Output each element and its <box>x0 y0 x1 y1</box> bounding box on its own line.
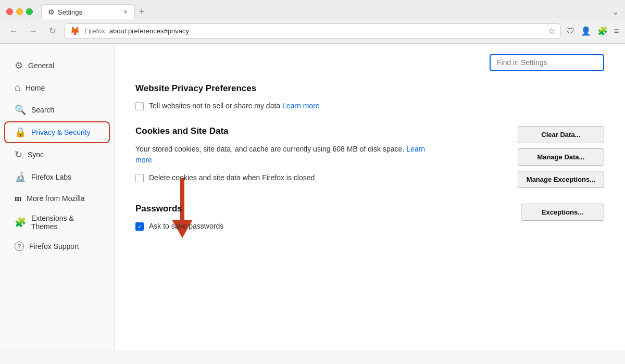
sidebar-label-support: Firefox Support <box>29 242 79 250</box>
url-text: about:preferences#privacy <box>109 27 544 35</box>
ask-save-passwords-label: Ask to save passwords <box>149 221 223 232</box>
extensions-sidebar-icon: 🧩 <box>15 217 26 228</box>
lock-icon: 🔒 <box>15 127 26 138</box>
pocket-icon[interactable]: 🛡 <box>566 27 574 36</box>
cookies-buttons: Clear Data... Manage Data... Manage Exce… <box>518 126 604 188</box>
maximize-button[interactable] <box>26 8 33 15</box>
main-content: Website Privacy Preferences Tell website… <box>115 44 625 350</box>
firefox-logo-icon: 🦊 <box>70 26 80 36</box>
sidebar-label-mozilla: More from Mozilla <box>27 194 84 203</box>
window-controls: ⌄ <box>612 7 619 17</box>
account-icon[interactable]: 👤 <box>581 26 591 36</box>
sidebar-item-mozilla[interactable]: m More from Mozilla <box>4 189 110 208</box>
website-privacy-title: Website Privacy Preferences <box>135 83 604 94</box>
search-icon: 🔍 <box>15 104 26 116</box>
sidebar-item-extensions[interactable]: 🧩 Extensions & Themes <box>4 209 110 236</box>
bookmark-icon[interactable]: ☆ <box>548 26 555 36</box>
clear-data-button[interactable]: Clear Data... <box>518 126 604 143</box>
traffic-lights <box>6 8 33 15</box>
sidebar-item-search[interactable]: 🔍 Search <box>4 99 110 121</box>
no-sell-checkbox[interactable] <box>135 102 144 110</box>
home-icon: ⌂ <box>15 82 20 93</box>
address-bar[interactable]: 🦊 Firefox about:preferences#privacy ☆ <box>64 23 561 39</box>
app-body: ⚙ General ⌂ Home 🔍 Search 🔒 Privacy & Se… <box>0 44 625 350</box>
sidebar-item-privacy[interactable]: 🔒 Privacy & Security <box>4 121 110 143</box>
labs-icon: 🔬 <box>15 171 26 183</box>
settings-tab[interactable]: ⚙ Settings ✕ <box>41 4 135 19</box>
tab-close-button[interactable]: ✕ <box>123 8 128 16</box>
manage-data-button[interactable]: Manage Data... <box>518 148 604 166</box>
forward-button[interactable]: → <box>26 26 41 37</box>
delete-on-close-checkbox[interactable] <box>135 174 144 182</box>
nav-bar: ← → ↻ 🦊 Firefox about:preferences#privac… <box>0 19 625 43</box>
support-icon: ? <box>15 242 24 251</box>
minimize-button[interactable] <box>16 8 23 15</box>
menu-icon[interactable]: ≡ <box>614 27 619 36</box>
sidebar-label-extensions: Extensions & Themes <box>31 214 99 231</box>
firefox-label: Firefox <box>84 27 105 35</box>
sidebar-label-firefox-labs: Firefox Labs <box>31 173 71 181</box>
sidebar: ⚙ General ⌂ Home 🔍 Search 🔒 Privacy & Se… <box>0 44 115 350</box>
new-tab-button[interactable]: + <box>135 4 149 19</box>
sidebar-item-firefox-labs[interactable]: 🔬 Firefox Labs <box>4 166 110 188</box>
website-privacy-row: Tell websites not to sell or share my da… <box>135 101 604 111</box>
tab-bar: ⚙ Settings ✕ + <box>41 4 608 19</box>
mozilla-icon: m <box>15 194 21 203</box>
back-button[interactable]: ← <box>6 26 21 37</box>
ask-save-passwords-row: ✓ Ask to save passwords Exceptions... <box>135 221 604 232</box>
close-button[interactable] <box>6 8 13 15</box>
browser-chrome: ⚙ Settings ✕ + ⌄ ← → ↻ 🦊 Firefox about:p… <box>0 0 625 44</box>
ask-save-passwords-checkbox[interactable]: ✓ <box>135 222 144 231</box>
find-in-settings-input[interactable] <box>490 54 604 71</box>
website-privacy-learn-more-link[interactable]: Learn more <box>282 102 320 110</box>
cookies-section: Cookies and Site Data Your stored cookie… <box>135 126 604 183</box>
search-bar-wrap <box>135 54 604 71</box>
sidebar-label-home: Home <box>26 84 45 92</box>
website-privacy-section: Website Privacy Preferences Tell website… <box>135 83 604 111</box>
cookies-description: Your stored cookies, site data, and cach… <box>135 144 427 166</box>
title-bar: ⚙ Settings ✕ + ⌄ <box>0 0 625 19</box>
tab-settings-icon: ⚙ <box>48 8 55 16</box>
sidebar-item-support[interactable]: ? Firefox Support <box>4 236 110 256</box>
sync-icon: ↻ <box>15 149 22 160</box>
sidebar-label-sync: Sync <box>28 150 44 159</box>
nav-icons: 🛡 👤 🧩 ≡ <box>566 26 619 36</box>
general-icon: ⚙ <box>15 60 23 71</box>
passwords-exceptions-button[interactable]: Exceptions... <box>521 204 604 221</box>
tab-title: Settings <box>58 8 82 16</box>
extensions-icon[interactable]: 🧩 <box>597 26 608 36</box>
no-sell-label: Tell websites not to sell or share my da… <box>149 101 320 111</box>
sidebar-item-home[interactable]: ⌂ Home <box>4 77 110 98</box>
manage-exceptions-button[interactable]: Manage Exceptions... <box>518 171 604 188</box>
sidebar-item-general[interactable]: ⚙ General <box>4 55 110 77</box>
sidebar-label-search: Search <box>31 106 54 114</box>
delete-on-close-label: Delete cookies and site data when Firefo… <box>149 173 315 183</box>
sidebar-item-sync[interactable]: ↻ Sync <box>4 144 110 166</box>
sidebar-label-general: General <box>28 61 54 70</box>
sidebar-label-privacy: Privacy & Security <box>31 128 91 136</box>
refresh-button[interactable]: ↻ <box>46 25 59 37</box>
passwords-section: Passwords ✓ Ask to save passwords Except… <box>135 204 604 232</box>
